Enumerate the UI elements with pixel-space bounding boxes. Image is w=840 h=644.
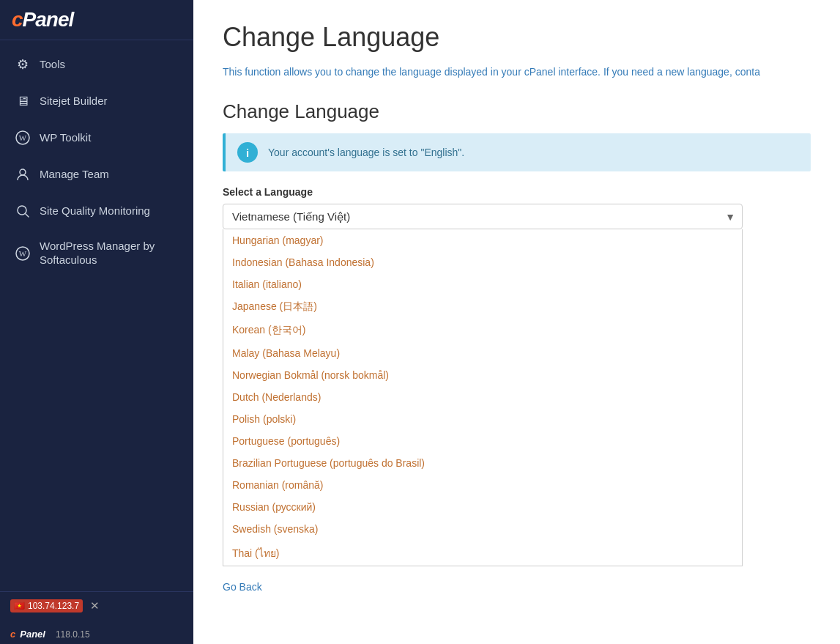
alert-text: Your account's language is set to "Engli…	[268, 147, 464, 158]
svg-point-3	[18, 206, 26, 215]
go-back-link[interactable]: Go Back	[223, 581, 811, 593]
sidebar-nav: ⚙ Tools 🖥 Sitejet Builder W WP Toolkit M…	[0, 40, 193, 319]
flag-icon: 🇻🇳	[14, 601, 25, 611]
list-item[interactable]: Portuguese (português)	[223, 430, 742, 452]
sidebar-footer: 🇻🇳 103.74.123.7 ✕	[0, 591, 193, 620]
select-label: Select a Language	[223, 186, 811, 198]
manage-team-icon	[15, 166, 31, 182]
language-dropdown-list[interactable]: Hungarian (magyar)Indonesian (Bahasa Ind…	[223, 229, 743, 566]
tools-icon: ⚙	[15, 56, 31, 73]
sidebar: cPanel ⚙ Tools 🖥 Sitejet Builder W WP To…	[0, 0, 193, 644]
list-item[interactable]: Swedish (svenska)	[223, 518, 742, 540]
section-title: Change Language	[223, 100, 811, 123]
wp-toolkit-icon: W	[15, 130, 31, 146]
svg-line-4	[26, 214, 29, 217]
flag-badge: 🇻🇳 103.74.123.7	[10, 599, 83, 612]
cpanel-footer-logo-text: c	[10, 629, 15, 640]
sidebar-item-wp-toolkit-label: WP Toolkit	[40, 131, 91, 145]
list-item[interactable]: Russian (русский)	[223, 496, 742, 518]
close-ip-button[interactable]: ✕	[90, 599, 100, 612]
sidebar-item-manage-team[interactable]: Manage Team	[0, 156, 193, 193]
svg-point-2	[20, 169, 26, 175]
sidebar-logo: cPanel	[0, 0, 193, 40]
alert-info-box: i Your account's language is set to "Eng…	[223, 133, 811, 171]
cpanel-footer-brand: Panel	[20, 629, 45, 640]
sidebar-item-sitejet-label: Sitejet Builder	[40, 95, 108, 108]
sidebar-item-wordpress-manager[interactable]: W WordPress Manager by Softaculous	[0, 229, 193, 278]
cpanel-footer: cPanel 118.0.15	[0, 624, 193, 644]
main-content: Change Language This function allows you…	[193, 0, 840, 644]
page-title: Change Language	[223, 22, 811, 53]
list-item[interactable]: Brazilian Portuguese (português do Brasi…	[223, 452, 742, 474]
list-item[interactable]: Italian (italiano)	[223, 273, 742, 295]
alert-icon: i	[237, 142, 258, 163]
list-item[interactable]: Polish (polski)	[223, 408, 742, 430]
language-select-wrapper: Hungarian (magyar)Indonesian (Bahasa Ind…	[223, 204, 743, 229]
list-item[interactable]: Dutch (Nederlands)	[223, 386, 742, 408]
list-item[interactable]: Thai (ไทย)	[223, 540, 742, 566]
list-item[interactable]: Norwegian Bokmål (norsk bokmål)	[223, 364, 742, 386]
svg-text:W: W	[19, 249, 27, 258]
sidebar-item-tools[interactable]: ⚙ Tools	[0, 46, 193, 83]
cpanel-logo: cPanel	[12, 8, 73, 32]
wordpress-manager-icon: W	[15, 245, 31, 262]
sidebar-item-sitejet[interactable]: 🖥 Sitejet Builder	[0, 83, 193, 119]
cpanel-version: 118.0.15	[56, 629, 90, 640]
list-item[interactable]: Japanese (日本語)	[223, 295, 742, 319]
sidebar-item-site-quality[interactable]: Site Quality Monitoring	[0, 193, 193, 229]
list-item[interactable]: Korean (한국어)	[223, 319, 742, 342]
list-item[interactable]: Malay (Bahasa Melayu)	[223, 342, 742, 364]
info-text: This function allows you to change the l…	[223, 64, 811, 80]
sitejet-icon: 🖥	[15, 93, 31, 109]
sidebar-item-manage-team-label: Manage Team	[40, 168, 109, 182]
sidebar-item-wp-toolkit[interactable]: W WP Toolkit	[0, 119, 193, 156]
list-item[interactable]: Indonesian (Bahasa Indonesia)	[223, 251, 742, 273]
list-item[interactable]: Romanian (română)	[223, 474, 742, 496]
sidebar-item-site-quality-label: Site Quality Monitoring	[40, 204, 150, 218]
language-select[interactable]: Hungarian (magyar)Indonesian (Bahasa Ind…	[223, 204, 743, 229]
sidebar-item-wordpress-manager-label: WordPress Manager by Softaculous	[40, 240, 179, 267]
site-quality-icon	[15, 203, 31, 219]
sidebar-item-tools-label: Tools	[40, 58, 65, 72]
svg-text:W: W	[19, 133, 27, 142]
ip-address: 103.74.123.7	[28, 601, 79, 611]
list-item[interactable]: Hungarian (magyar)	[223, 229, 742, 251]
